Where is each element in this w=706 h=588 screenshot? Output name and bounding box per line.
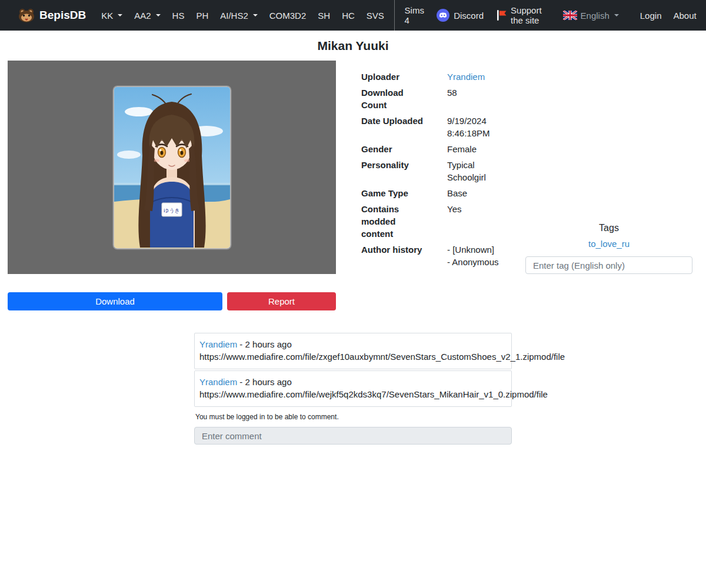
chevron-down-icon	[614, 14, 619, 16]
detail-value: Base	[447, 187, 503, 199]
detail-label: Author history	[361, 243, 429, 268]
discord-link[interactable]: Discord	[430, 0, 489, 31]
detail-label: Gender	[361, 143, 429, 155]
chevron-down-icon	[253, 14, 258, 16]
detail-row-date-uploaded: Date Uploaded 9/19/2024 8:46:18PM	[361, 113, 503, 141]
comment-author-link[interactable]: Yrandiem	[199, 377, 237, 387]
comment-text: https://www.mediafire.com/file/wejkf5q2k…	[199, 388, 507, 400]
nav-item-hc[interactable]: HC	[336, 0, 361, 31]
discord-icon	[436, 8, 450, 22]
nav-item-label: HS	[172, 11, 185, 21]
tags-title: Tags	[525, 223, 692, 233]
nav-item-label: Sims 4	[405, 5, 425, 25]
comment-time: 2 hours ago	[245, 377, 292, 387]
login-link[interactable]: Login	[634, 0, 668, 31]
comment-separator: -	[237, 339, 245, 349]
nav-item-label: SVS	[367, 11, 384, 21]
language-label: English	[581, 11, 610, 21]
nav-item-svs[interactable]: SVS	[361, 0, 390, 31]
nav-item-label: SH	[318, 11, 330, 21]
card-image-panel: ゆうき	[8, 61, 336, 274]
card-name-tag-text: ゆうき	[164, 208, 180, 213]
language-selector[interactable]: English	[557, 0, 625, 31]
comments-section: Yrandiem - 2 hours ago https://www.media…	[194, 333, 512, 445]
brand-label: BepisDB	[39, 9, 86, 22]
tag-input[interactable]	[525, 256, 692, 274]
uk-flag-icon	[563, 11, 577, 20]
detail-row-gender: Gender Female	[361, 141, 503, 157]
login-notice: You must be logged in to be able to comm…	[195, 413, 512, 421]
detail-value: Yes	[447, 203, 503, 240]
bepisdb-logo-icon	[18, 8, 35, 23]
nav-item-com3d2[interactable]: COM3D2	[264, 0, 312, 31]
comment-author-link[interactable]: Yrandiem	[199, 339, 237, 349]
main-content: ゆうき	[0, 61, 706, 310]
report-button[interactable]: Report	[227, 292, 336, 310]
nav-item-aa2[interactable]: AA2	[128, 0, 166, 31]
nav-item-ai-hs2[interactable]: AI/HS2	[214, 0, 264, 31]
detail-value: 9/19/2024 8:46:18PM	[447, 115, 503, 139]
detail-label: Download Count	[361, 86, 429, 111]
uploader-link[interactable]: Yrandiem	[447, 72, 485, 82]
nav-item-sims4[interactable]: Sims 4	[399, 0, 431, 31]
support-flag-icon	[495, 9, 507, 22]
detail-value: Female	[447, 143, 503, 155]
card-column: ゆうき	[8, 61, 336, 310]
detail-label: Personality	[361, 159, 429, 183]
support-label: Support the site	[511, 5, 542, 25]
navbar: BepisDB KK AA2 HS PH AI/HS2 COM3D2 SH HC…	[0, 0, 706, 31]
nav-item-label: AA2	[134, 11, 151, 21]
detail-value: 58	[447, 86, 503, 111]
comment-item: Yrandiem - 2 hours ago https://www.media…	[194, 333, 512, 369]
nav-item-kk[interactable]: KK	[95, 0, 128, 31]
about-link[interactable]: About	[667, 0, 702, 31]
support-site-link[interactable]: Support the site	[489, 0, 548, 31]
navbar-right: Discord Support the site En	[430, 0, 702, 31]
brand-home-link[interactable]: BepisDB	[18, 8, 86, 23]
nav-item-label: AI/HS2	[220, 11, 248, 21]
discord-label: Discord	[454, 11, 484, 21]
chevron-down-icon	[118, 14, 122, 16]
detail-row-personality: Personality Typical Schoolgirl	[361, 157, 503, 185]
comment-meta: Yrandiem - 2 hours ago	[199, 338, 507, 350]
detail-row-game-type: Game Type Base	[361, 185, 503, 201]
detail-value: Typical Schoolgirl	[447, 159, 503, 183]
comment-item: Yrandiem - 2 hours ago https://www.media…	[194, 370, 512, 407]
detail-label: Contains modded content	[361, 203, 429, 240]
tags-panel: Tags to_love_ru	[525, 223, 692, 274]
main-nav: KK AA2 HS PH AI/HS2 COM3D2 SH HC SVS Sim…	[95, 0, 430, 31]
detail-row-download-count: Download Count 58	[361, 85, 503, 113]
detail-row-author-history: Author history - [Unknown] - Anonymous	[361, 242, 503, 270]
character-card-image[interactable]: ゆうき	[112, 85, 232, 250]
nav-item-label: COM3D2	[269, 11, 307, 21]
nav-item-sh[interactable]: SH	[312, 0, 336, 31]
nav-divider	[394, 0, 395, 31]
comment-time: 2 hours ago	[245, 339, 292, 349]
download-button[interactable]: Download	[8, 292, 222, 310]
comment-input[interactable]	[194, 427, 512, 445]
tag-link-to-love-ru[interactable]: to_love_ru	[588, 239, 630, 249]
nav-item-label: HC	[342, 11, 355, 21]
comment-meta: Yrandiem - 2 hours ago	[199, 376, 507, 388]
card-actions: Download Report	[8, 292, 336, 310]
comment-separator: -	[237, 377, 245, 387]
detail-row-modded-content: Contains modded content Yes	[361, 201, 503, 242]
bottom-whitespace	[0, 445, 706, 586]
nav-item-ph[interactable]: PH	[190, 0, 214, 31]
comment-text: https://www.mediafire.com/file/zxgef10au…	[199, 350, 507, 363]
details-table: Uploader Yrandiem Download Count 58 Date…	[361, 69, 503, 270]
nav-item-label: KK	[101, 11, 113, 21]
detail-label: Date Uploaded	[361, 115, 429, 139]
detail-label: Game Type	[361, 187, 429, 199]
chevron-down-icon	[156, 14, 161, 16]
nav-item-label: PH	[196, 11, 208, 21]
detail-row-uploader: Uploader Yrandiem	[361, 69, 503, 85]
nav-item-hs[interactable]: HS	[166, 0, 191, 31]
page-title: Mikan Yuuki	[0, 39, 706, 53]
detail-value: - [Unknown] - Anonymous	[447, 243, 503, 268]
detail-label: Uploader	[361, 71, 429, 83]
